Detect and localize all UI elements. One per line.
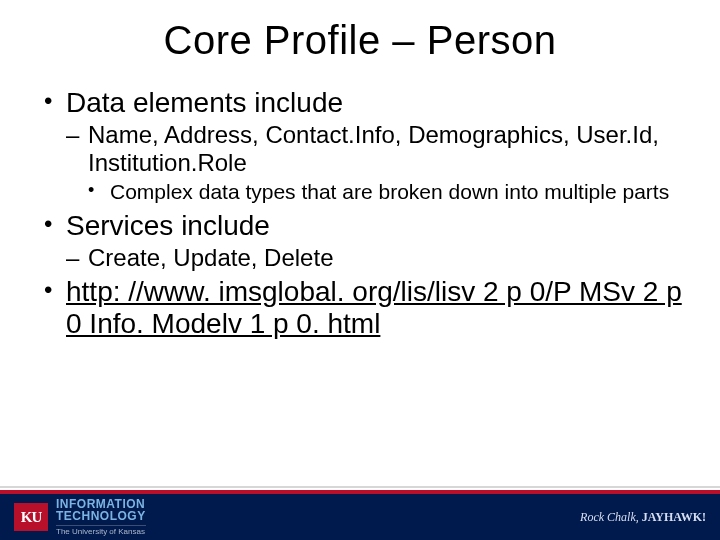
brand-line3: The University of Kansas [56, 525, 146, 536]
ku-wordmark: INFORMATION TECHNOLOGY The University of… [56, 498, 146, 536]
bullet-text: Name, Address, Contact.Info, Demographic… [88, 121, 659, 176]
footer-brand: KU INFORMATION TECHNOLOGY The University… [14, 498, 146, 536]
footer: KU INFORMATION TECHNOLOGY The University… [0, 486, 720, 540]
bullet-data-elements: Data elements include Name, Address, Con… [44, 87, 692, 204]
brand-line2: TECHNOLOGY [56, 510, 146, 522]
slide-body: Data elements include Name, Address, Con… [0, 87, 720, 540]
tagline-bold: JAYHAWK! [642, 510, 706, 524]
bullet-text: Data elements include [66, 87, 343, 118]
bullet-text: Services include [66, 210, 270, 241]
tagline-prefix: Rock Chalk, [580, 510, 642, 524]
bullet-complex-types: Complex data types that are broken down … [88, 180, 692, 204]
slide: Core Profile – Person Data elements incl… [0, 0, 720, 540]
slide-title: Core Profile – Person [0, 18, 720, 63]
bullet-data-elements-list: Name, Address, Contact.Info, Demographic… [66, 121, 692, 204]
footer-tagline: Rock Chalk, JAYHAWK! [580, 510, 706, 525]
bullet-text: Complex data types that are broken down … [110, 180, 669, 203]
footer-stripe [0, 486, 720, 494]
bullet-text: Create, Update, Delete [88, 244, 333, 271]
link-text[interactable]: http: //www. imsglobal. org/lis/lisv 2 p… [66, 276, 682, 339]
bullet-services-list: Create, Update, Delete [66, 244, 692, 272]
footer-bar: KU INFORMATION TECHNOLOGY The University… [0, 494, 720, 540]
bullet-link: http: //www. imsglobal. org/lis/lisv 2 p… [44, 276, 692, 340]
ku-logo: KU [14, 503, 48, 531]
bullet-services: Services include Create, Update, Delete [44, 210, 692, 272]
